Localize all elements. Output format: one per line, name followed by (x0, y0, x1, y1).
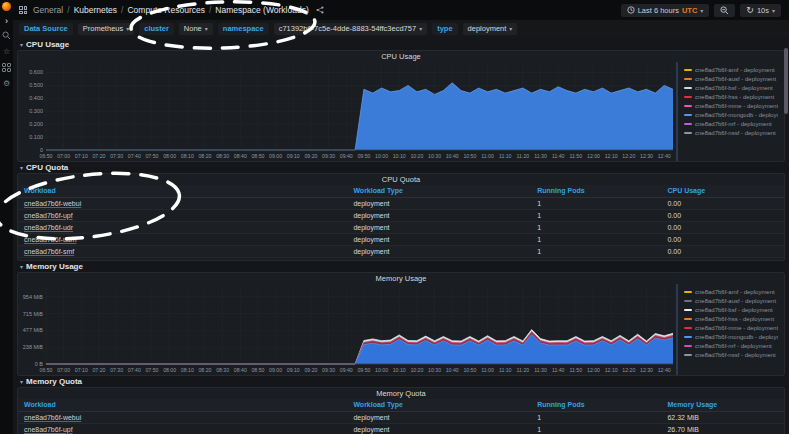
svg-text:07:40: 07:40 (128, 153, 141, 159)
share-icon[interactable] (316, 6, 324, 14)
legend-item[interactable]: cne8ad7b6f-mongodb - deployment (684, 110, 778, 119)
svg-text:10:50: 10:50 (463, 367, 476, 373)
section-title: CPU Usage (26, 40, 69, 49)
table-header[interactable]: Running Pods (531, 399, 661, 411)
svg-text:238 MiB: 238 MiB (23, 344, 44, 350)
grafana-logo-icon[interactable] (2, 2, 11, 11)
time-range-label: Last 6 hours (638, 6, 679, 15)
svg-text:09:10: 09:10 (287, 153, 300, 159)
nav-right-controls: Last 6 hours UTC ▾ ↻ 10s ▾ (621, 4, 781, 17)
table-header[interactable]: Workload (18, 185, 347, 197)
svg-text:10:20: 10:20 (410, 367, 423, 373)
legend-item[interactable]: cne8ad7b6f-amf - deployment (684, 287, 778, 296)
legend-item[interactable]: cne8ad7b6f-hss - deployment (684, 92, 778, 101)
legend-label: cne8ad7b6f-mme - deployment (695, 325, 778, 331)
workload-link[interactable]: cne8ad7b6f-smf (24, 248, 74, 255)
svg-text:11:00: 11:00 (481, 367, 494, 373)
datasource-select[interactable]: Prometheus▾ (78, 23, 134, 35)
breadcrumb-separator: / (67, 5, 69, 15)
workload-link[interactable]: cne8ad7b6f-upf (24, 426, 73, 433)
workload-link[interactable]: cne8ad7b6f-webui (24, 414, 81, 421)
namespace-select[interactable]: c71392b6-7c5e-4dde-8883-54ffc3ecd757▾ (274, 23, 428, 35)
breadcrumb-folder[interactable]: General (33, 5, 63, 15)
cpu-quota-panel: CPU Quota WorkloadWorkload TypeRunning P… (17, 173, 785, 261)
legend-item[interactable]: cne8ad7b6f-nrf - deployment (684, 119, 778, 128)
legend-item[interactable]: cne8ad7b6f-bsf - deployment (684, 83, 778, 92)
legend-color-swatch (684, 96, 692, 98)
legend-item[interactable]: cne8ad7b6f-ausf - deployment (684, 74, 778, 83)
section-header-memory-usage[interactable]: ▾ Memory Usage (17, 261, 785, 272)
svg-text:11:10: 11:10 (499, 367, 512, 373)
section-header-cpu-usage[interactable]: ▾ CPU Usage (17, 39, 785, 50)
table-header[interactable]: Workload Type (347, 399, 531, 411)
workload-link[interactable]: cne8ad7b6f-upf (24, 212, 73, 219)
sidebar-expand-chevron-icon[interactable]: › (2, 18, 11, 24)
dashboards-icon[interactable] (2, 63, 11, 72)
svg-text:10:40: 10:40 (446, 367, 459, 373)
page-scrollbar-thumb[interactable] (784, 48, 788, 114)
table-header[interactable]: CPU Usage (661, 185, 784, 197)
svg-text:11:20: 11:20 (517, 367, 530, 373)
svg-text:09:40: 09:40 (340, 153, 353, 159)
legend-label: cne8ad7b6f-bsf - deployment (695, 307, 773, 313)
panel-title-cpu-quota[interactable]: CPU Quota (18, 174, 784, 185)
zoom-out-button[interactable] (714, 4, 735, 17)
memory-usage-chart[interactable]: 954 MiB715 MiB477 MiB238 MiB0 B06:5007:0… (18, 284, 676, 375)
breadcrumb-item[interactable]: Compute Resources (127, 5, 204, 15)
svg-text:07:00: 07:00 (57, 367, 70, 373)
cpu-usage-chart[interactable]: 0.6000.5000.4000.3000.2000.100006:5007:0… (18, 62, 676, 161)
svg-text:08:30: 08:30 (216, 367, 229, 373)
chevron-down-icon: ▾ (20, 263, 23, 270)
table-header[interactable]: Workload (18, 399, 347, 411)
svg-text:11:50: 11:50 (570, 153, 583, 159)
panel-title-memory-usage[interactable]: Memory Usage (18, 273, 784, 284)
panel-title-cpu-usage[interactable]: CPU Usage (18, 51, 784, 62)
memory-usage-legend: cne8ad7b6f-amf - deploymentcne8ad7b6f-au… (676, 284, 780, 375)
star-icon[interactable]: ☆ (2, 47, 11, 56)
search-icon[interactable] (2, 31, 11, 40)
table-row: cne8ad7b6f-udmdeployment10.00 (18, 233, 784, 245)
legend-item[interactable]: cne8ad7b6f-nssf - deployment (684, 128, 778, 137)
legend-color-swatch (684, 132, 692, 134)
time-range-picker[interactable]: Last 6 hours UTC ▾ (621, 4, 710, 17)
table-header[interactable]: Workload Type (347, 185, 531, 197)
svg-text:10:30: 10:30 (428, 153, 441, 159)
template-variables-bar: Data Source Prometheus▾ cluster None▾ na… (13, 20, 789, 37)
legend-item[interactable]: cne8ad7b6f-amf - deployment (684, 65, 778, 74)
breadcrumb-item[interactable]: Kubernetes (74, 5, 117, 15)
svg-text:07:50: 07:50 (145, 153, 158, 159)
svg-text:0.100: 0.100 (29, 134, 43, 140)
table-cell: 1 (531, 233, 661, 245)
svg-text:08:40: 08:40 (234, 153, 247, 159)
type-select[interactable]: deployment▾ (463, 23, 518, 35)
refresh-picker[interactable]: ↻ 10s ▾ (740, 4, 781, 17)
svg-text:09:00: 09:00 (269, 153, 282, 159)
breadcrumb-item[interactable]: Namespace (Workloads) (215, 5, 308, 15)
table-header[interactable]: Running Pods (531, 185, 661, 197)
panel-title-memory-quota[interactable]: Memory Quota (18, 388, 784, 399)
legend-item[interactable]: cne8ad7b6f-mme - deployment (684, 101, 778, 110)
legend-item[interactable]: cne8ad7b6f-nssf - deployment (684, 350, 778, 359)
workload-link[interactable]: cne8ad7b6f-webui (24, 200, 81, 207)
legend-color-swatch (684, 336, 692, 338)
svg-text:07:30: 07:30 (110, 153, 123, 159)
legend-label: cne8ad7b6f-hss - deployment (695, 94, 774, 100)
table-header[interactable]: Memory Usage (661, 399, 784, 411)
settings-gear-icon[interactable]: ⚙ (2, 79, 11, 88)
section-header-cpu-quota[interactable]: ▾ CPU Quota (17, 162, 785, 173)
legend-item[interactable]: cne8ad7b6f-ausf - deployment (684, 296, 778, 305)
workload-link[interactable]: cne8ad7b6f-udr (24, 224, 73, 231)
section-header-memory-quota[interactable]: ▾ Memory Quota (17, 376, 785, 387)
table-cell: deployment (347, 245, 531, 257)
cluster-select[interactable]: None▾ (179, 23, 213, 35)
workload-link[interactable]: cne8ad7b6f-udm (24, 236, 77, 243)
legend-item[interactable]: cne8ad7b6f-bsf - deployment (684, 305, 778, 314)
svg-text:11:40: 11:40 (552, 367, 565, 373)
table-cell: deployment (347, 233, 531, 245)
legend-item[interactable]: cne8ad7b6f-hss - deployment (684, 314, 778, 323)
legend-item[interactable]: cne8ad7b6f-mme - deployment (684, 323, 778, 332)
svg-text:07:10: 07:10 (75, 153, 88, 159)
legend-item[interactable]: cne8ad7b6f-mongodb - deployment (684, 332, 778, 341)
legend-item[interactable]: cne8ad7b6f-nrf - deployment (684, 341, 778, 350)
table-row: cne8ad7b6f-upfdeployment10.00 (18, 209, 784, 221)
